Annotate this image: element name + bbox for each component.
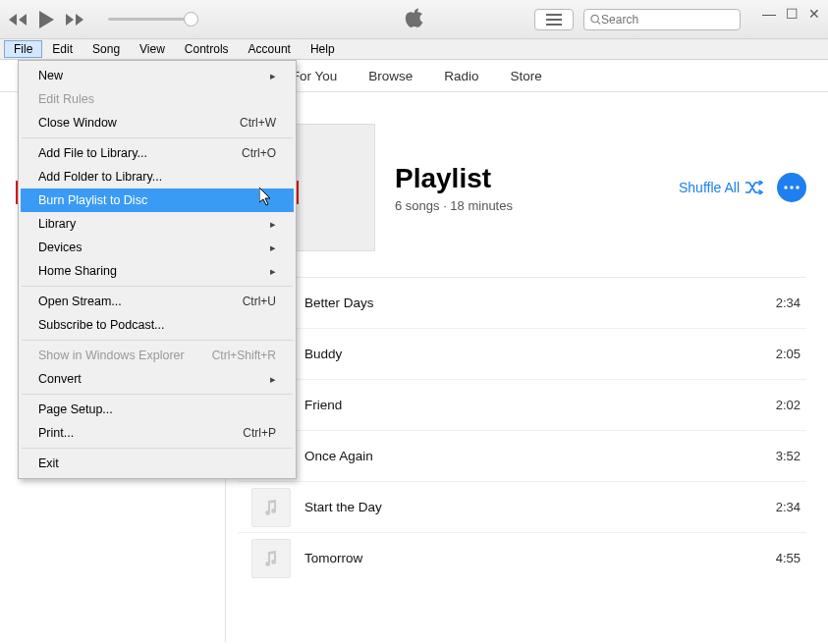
menu-item-label: Home Sharing	[38, 264, 117, 278]
menu-exit[interactable]: Exit	[21, 452, 294, 475]
menu-item-label: Devices	[38, 241, 82, 254]
svg-point-4	[796, 186, 799, 188]
menu-item-label: Burn Playlist to Disc	[38, 193, 147, 207]
search-box[interactable]	[583, 9, 741, 30]
menu-add-folder-to-library[interactable]: Add Folder to Library...	[21, 165, 294, 188]
menu-separator	[22, 286, 293, 287]
tab-store[interactable]: Store	[495, 60, 558, 91]
menu-show-in-windows-explorer: Show in Windows ExplorerCtrl+Shift+R	[21, 344, 294, 367]
menu-devices[interactable]: Devices▸	[21, 236, 294, 259]
search-icon	[590, 14, 601, 26]
menu-item-label: Show in Windows Explorer	[38, 349, 185, 362]
menu-convert[interactable]: Convert▸	[21, 367, 294, 391]
menu-shortcut: Ctrl+U	[243, 295, 276, 308]
window-controls: — ☐ ✕	[762, 6, 820, 22]
playback-controls	[8, 10, 196, 29]
play-button[interactable]	[37, 10, 55, 29]
next-button[interactable]	[65, 13, 84, 27]
song-title: Friend	[304, 398, 342, 412]
song-row[interactable]: Buddy 2:05	[238, 328, 806, 379]
menu-shortcut: Ctrl+Shift+R	[212, 349, 276, 362]
song-title: Better Days	[304, 295, 374, 310]
menu-library[interactable]: Library▸	[21, 212, 294, 236]
volume-slider[interactable]	[108, 18, 196, 21]
playlist-title: Playlist	[395, 163, 513, 194]
menu-item-help[interactable]: Help	[301, 40, 345, 58]
tab-browse[interactable]: Browse	[353, 60, 428, 91]
chevron-right-icon: ▸	[270, 373, 276, 386]
svg-point-2	[784, 186, 787, 188]
menu-edit-rules: Edit Rules	[21, 87, 294, 111]
menu-item-label: New	[38, 69, 63, 82]
menu-close-window[interactable]: Close WindowCtrl+W	[21, 111, 294, 134]
maximize-button[interactable]: ☐	[786, 6, 799, 22]
song-row[interactable]: Once Again 3:52	[238, 430, 806, 481]
playlist-header: Playlist 6 songs · 18 minutes Shuffle Al…	[226, 92, 828, 277]
menu-item-account[interactable]: Account	[239, 40, 301, 58]
menu-shortcut: Ctrl+O	[242, 146, 276, 160]
song-duration: 3:52	[776, 449, 806, 463]
menu-item-label: Convert	[38, 372, 82, 386]
previous-button[interactable]	[8, 13, 28, 27]
search-input[interactable]	[601, 13, 734, 27]
file-menu-dropdown: New▸Edit RulesClose WindowCtrl+WAdd File…	[18, 60, 297, 479]
song-row[interactable]: Friend 2:02	[238, 379, 806, 430]
view-list-button[interactable]	[534, 9, 574, 30]
song-title: Once Again	[304, 449, 373, 463]
song-row[interactable]: Start the Day 2:34	[238, 481, 806, 532]
song-row[interactable]: Better Days 2:34	[238, 277, 806, 328]
menu-item-label: Exit	[38, 456, 59, 470]
right-controls: — ☐ ✕	[534, 9, 820, 30]
song-title: Tomorrow	[304, 551, 362, 565]
close-button[interactable]: ✕	[808, 6, 820, 22]
apple-logo	[405, 7, 424, 32]
music-note-icon	[251, 488, 291, 527]
svg-point-0	[591, 15, 598, 22]
menu-item-file[interactable]: File	[4, 40, 42, 58]
chevron-right-icon: ▸	[270, 242, 276, 254]
menu-item-edit[interactable]: Edit	[42, 40, 83, 58]
tab-radio[interactable]: Radio	[428, 60, 494, 91]
menu-home-sharing[interactable]: Home Sharing▸	[21, 259, 294, 283]
menu-item-label: Library	[38, 217, 76, 231]
menu-item-view[interactable]: View	[130, 40, 175, 58]
chevron-right-icon: ▸	[270, 70, 276, 82]
music-note-icon	[251, 539, 291, 578]
menu-item-label: Print...	[38, 426, 74, 440]
song-duration: 2:05	[776, 347, 806, 361]
content: Playlist 6 songs · 18 minutes Shuffle Al…	[226, 92, 828, 642]
menu-burn-playlist-to-disc[interactable]: Burn Playlist to Disc	[21, 188, 294, 212]
song-row[interactable]: Tomorrow 4:55	[238, 532, 806, 583]
menu-new[interactable]: New▸	[21, 64, 294, 87]
shuffle-all-button[interactable]: Shuffle All	[679, 180, 763, 195]
menu-page-setup[interactable]: Page Setup...	[21, 398, 294, 421]
menu-separator	[22, 340, 293, 341]
svg-line-1	[597, 21, 600, 24]
chevron-right-icon: ▸	[270, 265, 276, 278]
menu-item-label: Edit Rules	[38, 92, 94, 106]
menubar: FileEditSongViewControlsAccountHelp	[0, 39, 828, 60]
shuffle-label: Shuffle All	[679, 180, 740, 195]
menu-print[interactable]: Print...Ctrl+P	[21, 421, 294, 445]
menu-separator	[22, 448, 293, 449]
song-duration: 4:55	[776, 551, 806, 565]
menu-open-stream[interactable]: Open Stream...Ctrl+U	[21, 290, 294, 313]
menu-item-label: Add Folder to Library...	[38, 170, 162, 184]
menu-item-controls[interactable]: Controls	[175, 40, 239, 58]
menu-item-label: Close Window	[38, 116, 117, 130]
menu-item-label: Page Setup...	[38, 402, 113, 416]
song-duration: 2:02	[776, 398, 806, 412]
menu-subscribe-to-podcast[interactable]: Subscribe to Podcast...	[21, 313, 294, 337]
titlebar: — ☐ ✕	[0, 0, 828, 39]
minimize-button[interactable]: —	[762, 6, 776, 22]
shuffle-icon	[745, 181, 763, 194]
more-actions-button[interactable]	[777, 173, 806, 202]
ellipsis-icon	[784, 186, 800, 189]
song-duration: 2:34	[776, 295, 806, 310]
chevron-right-icon: ▸	[270, 218, 276, 231]
menu-item-label: Subscribe to Podcast...	[38, 318, 165, 332]
menu-add-file-to-library[interactable]: Add File to Library...Ctrl+O	[21, 141, 294, 165]
menu-shortcut: Ctrl+P	[243, 426, 276, 440]
menu-item-song[interactable]: Song	[83, 40, 130, 58]
menu-item-label: Add File to Library...	[38, 146, 147, 160]
